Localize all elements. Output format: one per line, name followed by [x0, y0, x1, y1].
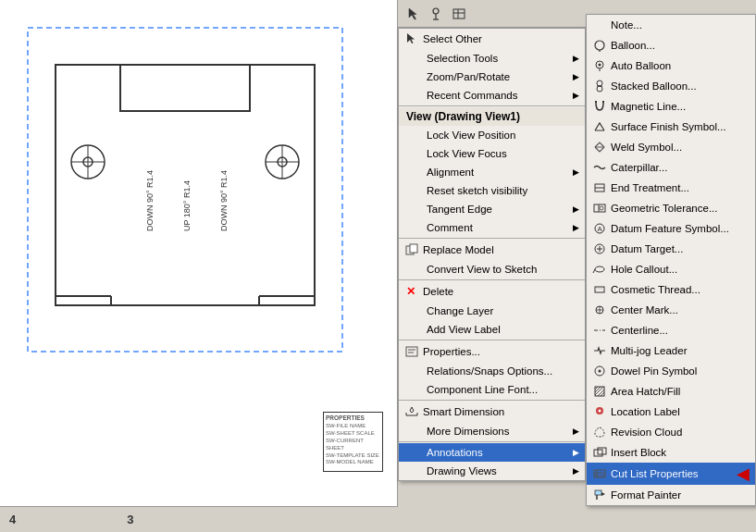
- menu-item-lock-view-position[interactable]: Lock View Position: [399, 126, 585, 144]
- menu-item-datum-target[interactable]: Datum Target...: [587, 239, 755, 259]
- svg-point-20: [433, 8, 439, 14]
- menu-item-area-hatch[interactable]: Area Hatch/Fill: [587, 381, 755, 402]
- menu-item-zoom-pan-rotate[interactable]: Zoom/Pan/Rotate: [399, 68, 585, 86]
- menu-item-annotations[interactable]: Annotations: [399, 443, 585, 462]
- menu-item-label: Cut List Properties: [611, 468, 699, 479]
- datum-feature-icon: A: [592, 221, 607, 236]
- menu-item-label: Tangent Edge: [427, 204, 492, 215]
- menu-item-note[interactable]: Note...: [587, 15, 755, 35]
- menu-item-dowel-pin[interactable]: Dowel Pin Symbol: [587, 361, 755, 381]
- menu-item-location-label[interactable]: Location Label: [587, 402, 755, 422]
- menu-item-datum-feature[interactable]: ADatum Feature Symbol...: [587, 218, 755, 239]
- menu-item-label: Lock View Focus: [427, 148, 507, 159]
- menu-item-stacked-balloon[interactable]: Stacked Balloon...: [587, 76, 755, 96]
- menu-item-label: Lock View Position: [427, 130, 515, 141]
- pin-icon[interactable]: [426, 4, 446, 24]
- multi-jog-leader-icon: [592, 343, 607, 358]
- menu-item-label: Balloon...: [611, 40, 655, 51]
- menu-item-drawing-views[interactable]: Drawing Views: [399, 462, 585, 480]
- table-icon[interactable]: [449, 4, 469, 24]
- menu-item-select-other[interactable]: Select Other: [399, 29, 585, 49]
- note-icon: [592, 18, 607, 32]
- stacked-balloon-icon: [592, 79, 607, 93]
- menu-item-label: Datum Feature Symbol...: [611, 223, 729, 234]
- menu-item-hole-callout[interactable]: Hole Callout...: [587, 259, 755, 279]
- menu-item-delete[interactable]: ✕Delete: [399, 281, 585, 302]
- svg-text:A: A: [598, 225, 603, 233]
- menu-item-caterpillar[interactable]: Caterpillar...: [587, 157, 755, 178]
- svg-rect-59: [595, 287, 604, 292]
- menu-item-tangent-edge[interactable]: Tangent Edge: [399, 200, 585, 218]
- menu-item-label: Hole Callout...: [611, 264, 677, 275]
- svg-point-66: [599, 370, 601, 373]
- menu-item-surface-finish[interactable]: Surface Finish Symbol...: [587, 117, 755, 137]
- menu-item-cut-list-properties[interactable]: Cut List Properties◀: [587, 463, 755, 485]
- menu-item-label: Convert View to Sketch: [427, 264, 537, 275]
- menu-item-smart-dimension[interactable]: Smart Dimension: [399, 402, 585, 422]
- menu-item-component-line-font[interactable]: Component Line Font...: [399, 380, 585, 399]
- menu-item-relations-snaps[interactable]: Relations/Snaps Options...: [399, 362, 585, 380]
- svg-point-74: [599, 410, 601, 413]
- menu-item-geometric-tolerance[interactable]: Geometric Tolerance...: [587, 198, 755, 218]
- menu-separator: [399, 279, 585, 280]
- menu-item-comment[interactable]: Comment: [399, 218, 585, 237]
- menu-item-weld-symbol[interactable]: Weld Symbol...: [587, 137, 755, 157]
- svg-text:UP 180° R1.4: UP 180° R1.4: [182, 180, 192, 231]
- datum-target-icon: [592, 241, 607, 256]
- menu-item-recent-commands[interactable]: Recent Commands: [399, 86, 585, 105]
- menu-item-label: Change Layer: [427, 305, 493, 316]
- menu-item-reset-sketch[interactable]: Reset sketch visibility: [399, 181, 585, 200]
- menu-item-label: Caterpillar...: [611, 162, 667, 173]
- menu-item-format-painter[interactable]: Format Painter: [587, 485, 755, 505]
- menu-item-magnetic-line[interactable]: Magnetic Line...: [587, 96, 755, 117]
- menu-item-change-layer[interactable]: Change Layer: [399, 302, 585, 320]
- revision-cloud-icon: [592, 425, 607, 439]
- insert-block-icon: [592, 445, 607, 460]
- menu-item-label: Note...: [611, 19, 642, 31]
- menu-item-label: Magnetic Line...: [611, 101, 686, 112]
- menu-item-revision-cloud[interactable]: Revision Cloud: [587, 422, 755, 442]
- menu-item-label: Delete: [423, 286, 453, 297]
- svg-rect-3: [111, 259, 259, 296]
- menu-item-balloon[interactable]: Balloon...: [587, 35, 755, 56]
- menu-item-label: Dowel Pin Symbol: [611, 365, 697, 377]
- menu-item-label: Annotations: [427, 447, 483, 458]
- menu-item-label: Cosmetic Thread...: [611, 284, 700, 295]
- menu-item-center-mark[interactable]: Center Mark...: [587, 300, 755, 320]
- svg-text:✕: ✕: [406, 285, 415, 298]
- menu-item-label: Insert Block: [611, 447, 666, 458]
- menu-item-selection-tools[interactable]: Selection Tools: [399, 49, 585, 68]
- menu-item-auto-balloon[interactable]: Auto Balloon: [587, 56, 755, 76]
- svg-rect-29: [406, 347, 417, 356]
- svg-rect-23: [453, 9, 465, 19]
- menu-item-alignment[interactable]: Alignment: [399, 163, 585, 181]
- drawing-area: DOWN 90° R1.4 UP 180° R1.4 DOWN 90° R1.4…: [0, 0, 398, 532]
- auto-balloon-icon: [592, 58, 607, 73]
- menu-item-add-view-label[interactable]: Add View Label: [399, 320, 585, 339]
- menu-item-label: Relations/Snaps Options...: [427, 365, 552, 377]
- menu-item-label: Stacked Balloon...: [611, 80, 697, 92]
- pointer-icon[interactable]: [403, 4, 423, 24]
- menu-item-lock-view-focus[interactable]: Lock View Focus: [399, 144, 585, 163]
- menu-item-centerline[interactable]: Centerline...: [587, 320, 755, 340]
- menu-item-label: Location Label: [611, 406, 680, 417]
- menu-item-label: Drawing Views: [427, 465, 497, 476]
- menu-item-convert-view[interactable]: Convert View to Sketch: [399, 260, 585, 278]
- menu-item-replace-model[interactable]: Replace Model: [399, 240, 585, 260]
- svg-point-38: [599, 64, 601, 67]
- menu-item-cosmetic-thread[interactable]: Cosmetic Thread...: [587, 279, 755, 300]
- menu-item-label: Component Line Font...: [427, 384, 538, 395]
- svg-rect-2: [120, 65, 250, 111]
- menu-item-label: Reset sketch visibility: [427, 185, 527, 196]
- menu-item-insert-block[interactable]: Insert Block: [587, 442, 755, 463]
- properties-box: PROPERTIES SW-FILE NAME SW-SHEET SCALE S…: [323, 412, 383, 472]
- menu-separator: [399, 238, 585, 239]
- dowel-pin-icon: [592, 364, 607, 378]
- svg-text:DOWN 90° R1.4: DOWN 90° R1.4: [145, 170, 155, 231]
- delete-icon: ✕: [404, 284, 419, 299]
- menu-item-end-treatment[interactable]: End Treatment...: [587, 178, 755, 198]
- menu-item-properties[interactable]: Properties...: [399, 341, 585, 362]
- menu-item-more-dimensions[interactable]: More Dimensions: [399, 422, 585, 440]
- menu-section-header: View (Drawing View1): [399, 107, 585, 126]
- menu-item-multi-jog-leader[interactable]: Multi-jog Leader: [587, 340, 755, 361]
